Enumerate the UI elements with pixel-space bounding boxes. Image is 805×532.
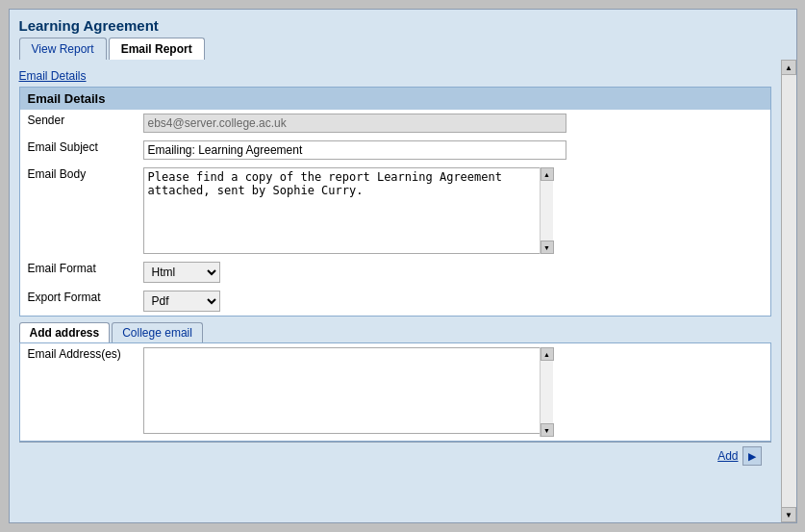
main-window: Learning Agreement View Report Email Rep… [9, 9, 797, 523]
main-tab-bar: View Report Email Report [10, 38, 796, 60]
body-label: Email Body [20, 164, 136, 258]
breadcrumb[interactable]: Email Details [19, 65, 787, 87]
address-scroll-track [541, 361, 553, 423]
export-row: Export Format Pdf Excel [20, 287, 770, 316]
tab-email-report[interactable]: Email Report [109, 38, 205, 60]
body-scroll-up[interactable]: ▲ [541, 167, 554, 181]
subject-row: Email Subject [20, 137, 770, 164]
sender-input [143, 114, 566, 133]
address-textarea[interactable] [143, 347, 553, 434]
address-scrollbar: ▲ ▼ [540, 347, 553, 437]
address-textarea-wrapper: ▲ ▼ [143, 347, 553, 437]
tab-college-email[interactable]: College email [112, 322, 203, 342]
email-form-table: Sender Email Subject Email Body [20, 110, 770, 316]
sender-label: Sender [20, 110, 136, 137]
sender-row: Sender [20, 110, 770, 137]
email-format-select[interactable]: Html Text [143, 262, 220, 283]
add-arrow-button[interactable]: ▶ [742, 446, 762, 466]
add-link[interactable]: Add [717, 449, 738, 463]
body-scrollbar: ▲ ▼ [540, 167, 553, 254]
address-scroll-up[interactable]: ▲ [541, 347, 554, 361]
address-box: Email Address(es) ▲ ▼ [19, 342, 771, 442]
body-row: Email Body ▲ ▼ [20, 164, 770, 258]
tab-view-report[interactable]: View Report [19, 38, 107, 60]
body-textarea-wrapper: ▲ ▼ [143, 167, 553, 254]
content-area: Email Details Email Details Sender Email… [10, 60, 796, 522]
address-section: Add address College email Email Address(… [19, 322, 771, 442]
tab-add-address[interactable]: Add address [19, 322, 111, 342]
body-scroll-track [541, 181, 553, 241]
scroll-up-button[interactable]: ▲ [781, 60, 796, 75]
address-row: Email Address(es) ▲ ▼ [20, 343, 770, 441]
format-row: Email Format Html Text [20, 258, 770, 287]
subject-label: Email Subject [20, 137, 136, 164]
subject-input[interactable] [143, 140, 566, 160]
body-scroll-down[interactable]: ▼ [541, 241, 554, 254]
address-tab-bar: Add address College email [19, 322, 771, 342]
scroll-down-button[interactable]: ▼ [781, 507, 796, 522]
window-title: Learning Agreement [10, 10, 796, 38]
address-form-table: Email Address(es) ▲ ▼ [20, 343, 770, 441]
address-label: Email Address(es) [20, 343, 136, 441]
body-textarea[interactable] [143, 167, 553, 254]
export-label: Export Format [20, 287, 136, 316]
format-label: Email Format [20, 258, 136, 287]
bottom-bar: Add ▶ [19, 442, 771, 469]
scroll-track [782, 75, 796, 507]
main-scrollbar: ▲ ▼ [781, 60, 796, 522]
email-details-header: Email Details [20, 88, 770, 110]
export-format-select[interactable]: Pdf Excel [143, 291, 220, 312]
address-scroll-down[interactable]: ▼ [541, 423, 554, 437]
email-details-section: Email Details Sender Email Subject Email… [19, 87, 771, 317]
